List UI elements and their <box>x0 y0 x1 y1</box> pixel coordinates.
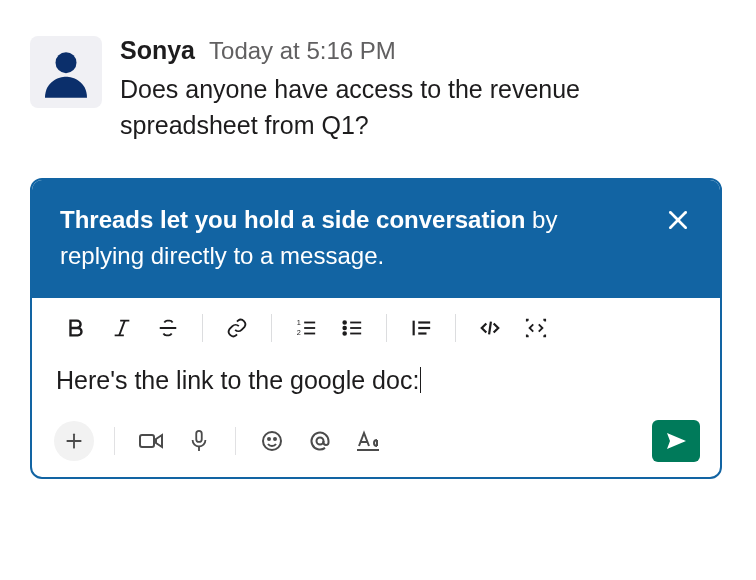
bold-icon[interactable] <box>54 308 98 348</box>
svg-point-29 <box>263 432 281 450</box>
bullet-list-icon[interactable] <box>330 308 374 348</box>
plus-icon[interactable] <box>54 421 94 461</box>
threads-tip-text: Threads let you hold a side conversation… <box>60 202 646 274</box>
avatar <box>30 36 102 108</box>
message-timestamp: Today at 5:16 PM <box>209 37 396 65</box>
close-icon[interactable] <box>662 204 694 236</box>
video-icon[interactable] <box>129 419 173 463</box>
svg-point-0 <box>56 52 77 73</box>
svg-point-31 <box>274 438 276 440</box>
italic-icon[interactable] <box>100 308 144 348</box>
composer-actions <box>32 413 720 477</box>
formatting-toolbar: 1 2 <box>32 298 720 354</box>
message-body: Sonya Today at 5:16 PM Does anyone have … <box>120 36 722 144</box>
svg-line-5 <box>119 320 125 335</box>
svg-point-32 <box>317 437 324 444</box>
emoji-icon[interactable] <box>250 419 294 463</box>
svg-marker-26 <box>156 435 162 447</box>
svg-line-22 <box>489 321 491 334</box>
svg-rect-25 <box>140 435 154 447</box>
message-row: Sonya Today at 5:16 PM Does anyone have … <box>30 36 722 144</box>
ordered-list-icon[interactable]: 1 2 <box>284 308 328 348</box>
strikethrough-icon[interactable] <box>146 308 190 348</box>
svg-text:1: 1 <box>297 318 301 327</box>
threads-tip-banner: Threads let you hold a side conversation… <box>32 180 720 298</box>
mention-icon[interactable] <box>298 419 342 463</box>
link-icon[interactable] <box>215 308 259 348</box>
thread-composer: Threads let you hold a side conversation… <box>30 178 722 479</box>
blockquote-icon[interactable] <box>399 308 443 348</box>
message-text: Does anyone have access to the revenue s… <box>120 71 722 144</box>
svg-point-13 <box>343 326 346 329</box>
svg-point-14 <box>343 332 346 335</box>
message-input[interactable]: Here's the link to the google doc: <box>32 354 720 413</box>
message-input-text: Here's the link to the google doc: <box>56 366 419 394</box>
message-username[interactable]: Sonya <box>120 36 195 65</box>
send-button[interactable] <box>652 420 700 462</box>
code-icon[interactable] <box>468 308 512 348</box>
format-text-icon[interactable] <box>346 419 390 463</box>
svg-point-30 <box>268 438 270 440</box>
svg-marker-35 <box>667 433 686 449</box>
code-block-icon[interactable] <box>514 308 558 348</box>
svg-text:2: 2 <box>297 328 301 337</box>
microphone-icon[interactable] <box>177 419 221 463</box>
svg-rect-27 <box>196 430 202 441</box>
svg-point-12 <box>343 321 346 324</box>
